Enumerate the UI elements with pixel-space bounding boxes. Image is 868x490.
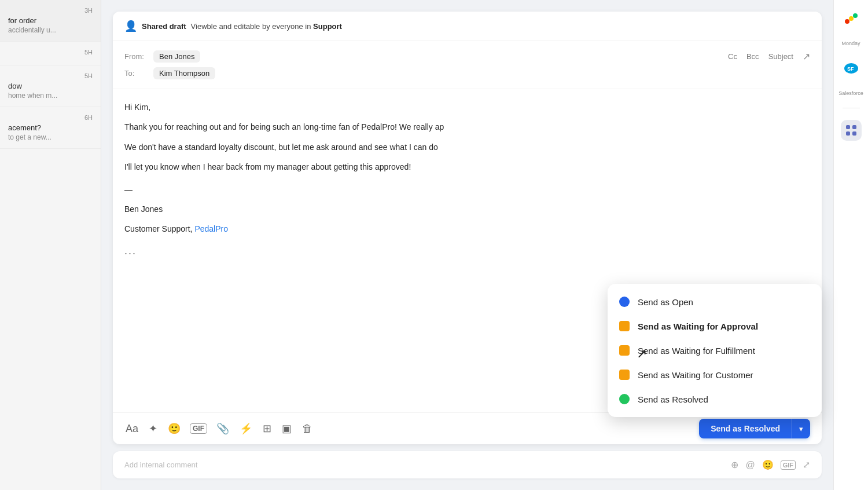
toolbar-left: Aa ✦ 🙂 GIF 📎 ⚡ ⊞ ▣ 🗑 (124, 421, 692, 436)
more-apps-icon[interactable] (841, 120, 862, 141)
send-as-resolved-item[interactable]: Send as Resolved (608, 387, 822, 411)
delete-button[interactable]: 🗑 (301, 422, 314, 436)
to-value[interactable]: Kim Thompson (153, 67, 215, 79)
conv-preview-4: to get a new... (8, 133, 93, 141)
send-dropdown-button[interactable]: ▾ (792, 419, 810, 438)
more-content-dots[interactable]: ... (124, 243, 810, 259)
expand-icon[interactable]: ⤢ (803, 459, 810, 470)
ai-button[interactable]: ✦ (148, 421, 159, 436)
compose-toolbar: Aa ✦ 🙂 GIF 📎 ⚡ ⊞ ▣ 🗑 Send as Resolved ▾ (113, 412, 822, 444)
send-as-resolved-label: Send as Resolved (638, 394, 708, 404)
email-fields: From: Ben Jones Cc Bcc Subject ↗ To: Kim… (113, 41, 822, 89)
mention-icon[interactable]: @ (745, 460, 755, 470)
send-as-waiting-fulfillment-label: Send as Waiting for Fulfillment (638, 346, 755, 356)
body-para3: I'll let you know when I hear back from … (124, 160, 810, 173)
send-as-waiting-approval-label: Send as Waiting for Approval (638, 321, 758, 331)
conv-preview-3: home when m... (8, 92, 93, 100)
from-value[interactable]: Ben Jones (153, 50, 200, 63)
sig-company-link[interactable]: PedalPro (194, 224, 228, 233)
open-status-dot (619, 297, 630, 307)
body-para1: Thank you for reaching out and for being… (124, 120, 810, 133)
conv-time-4: 6H (8, 114, 93, 121)
internal-comment-bar: Add internal comment ⊕ @ 🙂 GIF ⤢ (113, 451, 822, 478)
send-status-dropdown: Send as Open Send as Waiting for Approva… (608, 284, 822, 417)
shared-draft-bar: 👤 Shared draft Viewble and editable by e… (113, 12, 822, 41)
conv-item-3[interactable]: 5H dow home when m... (0, 65, 101, 107)
send-as-open-item[interactable]: Send as Open (608, 290, 822, 314)
conv-title-1: for order (8, 16, 93, 25)
svg-point-2 (853, 13, 858, 18)
to-row: To: Kim Thompson (124, 65, 810, 82)
salesforce-app-icon[interactable]: SF (841, 58, 862, 79)
svg-point-0 (845, 19, 849, 24)
from-label: From: (124, 52, 148, 61)
add-icon[interactable]: ⊕ (731, 459, 738, 470)
external-link-icon[interactable]: ↗ (803, 51, 810, 62)
conv-time-3: 5H (8, 72, 93, 79)
from-row: From: Ben Jones Cc Bcc Subject ↗ (124, 48, 810, 65)
gif-button[interactable]: GIF (190, 423, 207, 434)
right-app-panel: Monday SF Salesforce (833, 0, 868, 490)
body-para2: We don't have a standard loyalty discoun… (124, 141, 810, 153)
send-as-waiting-customer-item[interactable]: Send as Waiting for Customer (608, 363, 822, 387)
attachment-button[interactable]: 📎 (215, 421, 230, 436)
conv-preview-1: accidentally u... (8, 26, 93, 34)
conv-item-4[interactable]: 6H acement? to get a new... (0, 107, 101, 149)
send-as-open-label: Send as Open (638, 297, 693, 307)
resolved-status-dot (619, 394, 630, 404)
salesforce-label: Salesforce (838, 90, 863, 96)
conv-title-4: acement? (8, 123, 93, 132)
conv-time-1: 3H (8, 7, 93, 14)
send-as-waiting-customer-label: Send as Waiting for Customer (638, 370, 753, 380)
waiting-fulfillment-status-dot (619, 345, 630, 356)
shared-draft-description: Viewble and editable by everyone in Supp… (191, 22, 342, 31)
conversation-sidebar: 3H for order accidentally u... 5H 5H dow… (0, 0, 101, 490)
bcc-button[interactable]: Bcc (746, 52, 759, 61)
monday-label: Monday (841, 41, 860, 46)
send-as-waiting-fulfillment-item[interactable]: Send as Waiting for Fulfillment (608, 338, 822, 363)
lightning-button[interactable]: ⚡ (238, 421, 253, 436)
sig-name: Ben Jones (124, 203, 810, 215)
svg-rect-5 (846, 125, 850, 129)
svg-text:SF: SF (847, 66, 854, 72)
gif-comment-icon[interactable]: GIF (781, 460, 796, 470)
conv-title-3: dow (8, 82, 93, 90)
conv-time-2: 5H (8, 49, 93, 56)
to-label: To: (124, 69, 148, 78)
panel-divider (843, 108, 860, 108)
subject-button[interactable]: Subject (768, 52, 793, 61)
draft-person-icon: 👤 (124, 20, 137, 32)
email-header-actions: Cc Bcc Subject ↗ (728, 51, 810, 62)
internal-comment-placeholder[interactable]: Add internal comment (124, 460, 724, 469)
emoji-button[interactable]: 🙂 (167, 421, 182, 436)
comment-toolbar-icons: ⊕ @ 🙂 GIF ⤢ (731, 459, 810, 470)
send-main-button[interactable]: Send as Resolved (699, 419, 792, 438)
conv-item-2[interactable]: 5H (0, 42, 101, 65)
cc-button[interactable]: Cc (728, 52, 737, 61)
waiting-customer-status-dot (619, 370, 630, 380)
svg-rect-8 (852, 131, 856, 136)
emoji-comment-icon[interactable]: 🙂 (762, 459, 774, 470)
sig-role: Customer Support, PedalPro (124, 222, 810, 235)
conv-item-1[interactable]: 3H for order accidentally u... (0, 0, 101, 42)
body-greeting: Hi Kim, (124, 101, 810, 114)
svg-rect-6 (852, 125, 856, 129)
dropdown-chevron-icon: ▾ (799, 425, 803, 433)
layout-button[interactable]: ⊞ (262, 421, 273, 436)
email-signature: — Ben Jones Customer Support, PedalPro (124, 183, 810, 236)
send-as-waiting-approval-item[interactable]: Send as Waiting for Approval (608, 314, 822, 338)
monday-app-icon[interactable] (841, 8, 862, 29)
font-format-button[interactable]: Aa (124, 422, 139, 436)
shared-draft-label: Shared draft (142, 22, 186, 31)
svg-rect-7 (846, 131, 850, 136)
svg-point-1 (849, 16, 854, 21)
sig-dash: — (124, 183, 810, 196)
send-button-group: Send as Resolved ▾ (699, 419, 810, 438)
collapse-button[interactable]: ▣ (281, 421, 293, 436)
waiting-approval-status-dot (619, 321, 630, 331)
